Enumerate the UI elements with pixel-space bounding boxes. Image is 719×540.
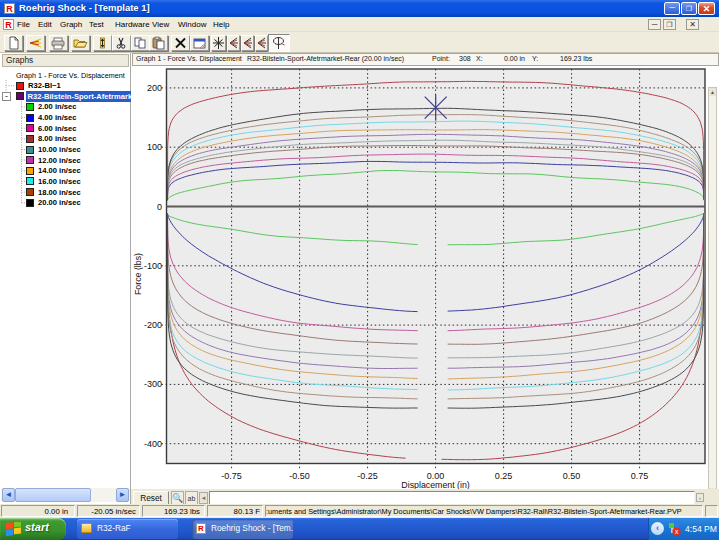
- svg-text:0.50: 0.50: [563, 471, 581, 481]
- svg-text:200: 200: [147, 83, 162, 93]
- svg-text:-300: -300: [144, 379, 162, 389]
- svg-text:0.25: 0.25: [495, 471, 513, 481]
- svg-text:0: 0: [157, 202, 162, 212]
- svg-text:Force (lbs): Force (lbs): [133, 253, 143, 295]
- svg-text:0.00: 0.00: [427, 471, 445, 481]
- svg-text:-400: -400: [144, 439, 162, 449]
- svg-text:-100: -100: [144, 261, 162, 271]
- svg-text:-0.75: -0.75: [221, 471, 242, 481]
- svg-text:-0.25: -0.25: [357, 471, 378, 481]
- svg-text:0.75: 0.75: [631, 471, 649, 481]
- svg-text:100: 100: [147, 142, 162, 152]
- svg-text:-0.50: -0.50: [289, 471, 310, 481]
- svg-text:Displacement (in): Displacement (in): [401, 480, 470, 489]
- svg-text:-200: -200: [144, 320, 162, 330]
